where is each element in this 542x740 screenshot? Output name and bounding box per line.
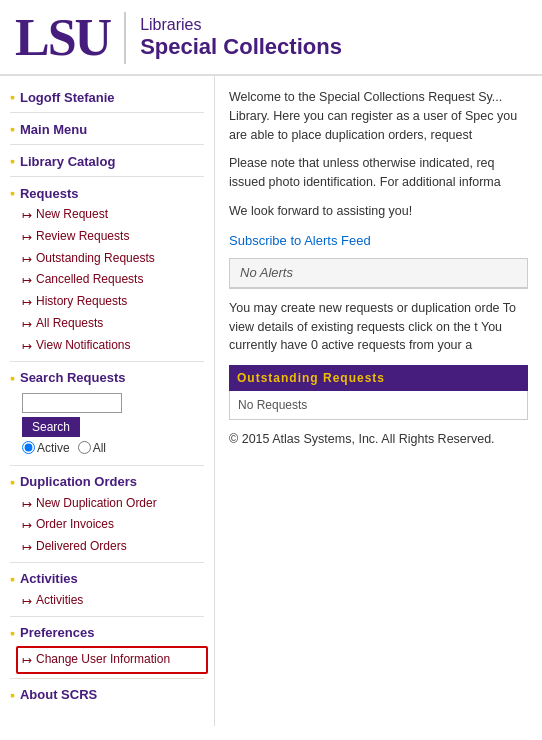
search-button[interactable]: Search <box>22 417 80 437</box>
alerts-box: No Alerts <box>229 258 528 289</box>
sidebar-section-requests: Requests New Request Review Requests Out… <box>0 180 214 357</box>
divider-7 <box>10 616 204 617</box>
sidebar-section-logoff: Logoff Stefanie <box>0 84 214 108</box>
libraries-label: Libraries <box>140 16 342 34</box>
search-section: Search Active All <box>0 389 214 461</box>
sidebar-item-new-request[interactable]: New Request <box>0 204 214 226</box>
footer-text: © 2015 Atlas Systems, Inc. All Rights Re… <box>229 430 528 449</box>
subscribe-link[interactable]: Subscribe to Alerts Feed <box>229 233 371 248</box>
divider-2 <box>10 144 204 145</box>
sidebar-preferences-title: Preferences <box>0 620 214 644</box>
divider-5 <box>10 465 204 466</box>
divider-6 <box>10 562 204 563</box>
divider-4 <box>10 361 204 362</box>
sidebar-section-search: Search Requests Search Active All <box>0 365 214 461</box>
sidebar-duplication-title: Duplication Orders <box>0 469 214 493</box>
sidebar-activities-title: Activities <box>0 566 214 590</box>
content-area: Welcome to the Special Collections Reque… <box>215 76 542 726</box>
header: LSU Libraries Special Collections <box>0 0 542 76</box>
lsu-logo: LSU <box>15 12 126 64</box>
sidebar-section-activities: Activities Activities <box>0 566 214 612</box>
outstanding-header: Outstanding Requests <box>229 365 528 391</box>
sidebar-item-main-menu[interactable]: Main Menu <box>0 116 214 140</box>
sidebar-section-library-catalog: Library Catalog <box>0 148 214 172</box>
special-collections-label: Special Collections <box>140 34 342 60</box>
radio-all-label[interactable]: All <box>78 441 106 455</box>
sidebar-item-order-invoices[interactable]: Order Invoices <box>0 514 214 536</box>
sidebar-item-view-notifications[interactable]: View Notifications <box>0 335 214 357</box>
sidebar-item-delivered-orders[interactable]: Delivered Orders <box>0 536 214 558</box>
main-layout: Logoff Stefanie Main Menu Library Catalo… <box>0 76 542 726</box>
radio-active[interactable] <box>22 441 35 454</box>
divider-3 <box>10 176 204 177</box>
divider-8 <box>10 678 204 679</box>
welcome-text-3: We look forward to assisting you! <box>229 202 528 221</box>
radio-active-label[interactable]: Active <box>22 441 70 455</box>
radio-all[interactable] <box>78 441 91 454</box>
sidebar-item-change-user-info[interactable]: Change User Information <box>16 646 208 674</box>
sidebar-search-title: Search Requests <box>0 365 214 389</box>
welcome-text-1: Welcome to the Special Collections Reque… <box>229 88 528 144</box>
radio-all-text: All <box>93 441 106 455</box>
sidebar-section-about: About SCRS <box>0 682 214 706</box>
search-input[interactable] <box>22 393 122 413</box>
sidebar-item-history-requests[interactable]: History Requests <box>0 291 214 313</box>
sidebar-item-activities[interactable]: Activities <box>0 590 214 612</box>
sidebar-item-outstanding-requests[interactable]: Outstanding Requests <box>0 248 214 270</box>
sidebar-item-new-duplication-order[interactable]: New Duplication Order <box>0 493 214 515</box>
info-text: You may create new requests or duplicati… <box>229 299 528 355</box>
outstanding-body: No Requests <box>229 391 528 420</box>
sidebar: Logoff Stefanie Main Menu Library Catalo… <box>0 76 215 726</box>
sidebar-section-preferences: Preferences Change User Information <box>0 620 214 674</box>
alerts-header: No Alerts <box>230 259 527 288</box>
sidebar-item-cancelled-requests[interactable]: Cancelled Requests <box>0 269 214 291</box>
header-title: Libraries Special Collections <box>140 16 342 60</box>
sidebar-section-duplication: Duplication Orders New Duplication Order… <box>0 469 214 558</box>
divider-1 <box>10 112 204 113</box>
radio-active-text: Active <box>37 441 70 455</box>
sidebar-item-about[interactable]: About SCRS <box>0 682 214 706</box>
outstanding-box: Outstanding Requests No Requests <box>229 365 528 420</box>
sidebar-section-main-menu: Main Menu <box>0 116 214 140</box>
welcome-text-2: Please note that unless otherwise indica… <box>229 154 528 192</box>
sidebar-item-library-catalog[interactable]: Library Catalog <box>0 148 214 172</box>
sidebar-item-all-requests[interactable]: All Requests <box>0 313 214 335</box>
sidebar-item-logoff[interactable]: Logoff Stefanie <box>0 84 214 108</box>
sidebar-requests-title: Requests <box>0 180 214 204</box>
sidebar-item-review-requests[interactable]: Review Requests <box>0 226 214 248</box>
search-radio-group: Active All <box>22 441 204 455</box>
